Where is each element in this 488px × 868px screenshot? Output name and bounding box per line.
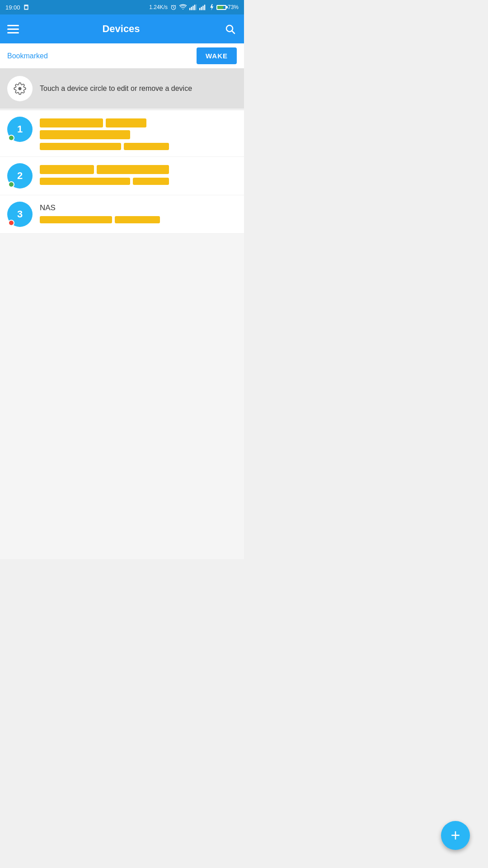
device-number-3: 3 [17, 208, 23, 220]
battery-icon [216, 5, 226, 10]
charging-icon [209, 4, 214, 10]
svg-point-3 [183, 9, 183, 9]
device-number-2: 2 [17, 170, 23, 182]
device-avatar-wrap-1: 1 [7, 117, 33, 142]
bookmarked-bar: Bookmarked WAKE [0, 43, 244, 69]
device-detail-redacted-1b [124, 143, 169, 150]
device-item-3[interactable]: 3 NAS [0, 195, 244, 234]
battery-percent: 73% [228, 4, 239, 10]
hamburger-menu-button[interactable] [7, 25, 19, 33]
svg-rect-10 [201, 7, 202, 10]
device-number-1: 1 [17, 123, 23, 135]
device-info-2 [40, 163, 237, 185]
device-info-1 [40, 117, 237, 150]
device-info-3: NAS [40, 202, 237, 223]
svg-line-14 [232, 31, 235, 34]
device-list: 1 2 [0, 110, 244, 234]
device-name-redacted-2 [40, 165, 94, 174]
svg-rect-12 [204, 5, 205, 10]
device-detail-redacted-1 [40, 143, 121, 150]
battery-indicator: 73% [216, 4, 239, 10]
alarm-icon [170, 4, 177, 10]
svg-rect-1 [25, 6, 28, 9]
device-name-3: NAS [40, 203, 56, 212]
device-detail-redacted-2b [133, 178, 169, 185]
sim-card-icon [23, 4, 29, 10]
device-item-2[interactable]: 2 [0, 157, 244, 195]
device-item-1[interactable]: 1 [0, 110, 244, 157]
hint-text: Touch a device circle to edit or remove … [40, 84, 192, 94]
svg-rect-5 [191, 7, 192, 10]
device-detail-redacted-3 [40, 216, 112, 223]
hint-card: Touch a device circle to edit or remove … [0, 69, 244, 108]
search-icon [225, 24, 235, 34]
wifi-icon [179, 4, 187, 10]
device-detail-redacted-2 [40, 178, 130, 185]
status-bar: 19:00 1.24K/s [0, 0, 244, 14]
device-status-dot-2 [8, 181, 14, 188]
svg-rect-9 [199, 8, 200, 10]
device-status-dot-1 [8, 135, 14, 141]
svg-rect-8 [196, 5, 197, 10]
device-name-redacted-1 [40, 118, 103, 127]
device-name-redacted-1b [106, 118, 146, 127]
battery-fill [217, 6, 223, 9]
svg-rect-6 [192, 6, 193, 10]
gear-icon [14, 82, 26, 95]
device-name-redacted-1c [40, 130, 130, 139]
time-display: 19:00 [5, 4, 20, 11]
search-button[interactable] [223, 22, 237, 36]
device-status-dot-3 [8, 220, 14, 226]
main-content [0, 234, 244, 559]
network-speed: 1.24K/s [149, 4, 168, 10]
signal-icon-1 [189, 4, 197, 10]
svg-rect-4 [189, 8, 190, 10]
status-left: 19:00 [5, 4, 29, 11]
device-detail-redacted-3b [115, 216, 160, 223]
app-bar: Devices [0, 14, 244, 43]
svg-rect-7 [194, 5, 195, 10]
gear-circle [7, 76, 33, 101]
wake-button[interactable]: WAKE [197, 47, 237, 64]
device-avatar-wrap-2: 2 [7, 163, 33, 189]
bookmarked-label: Bookmarked [7, 52, 48, 60]
svg-rect-11 [202, 6, 203, 10]
device-name-redacted-2b [97, 165, 169, 174]
status-right: 1.24K/s [149, 4, 239, 10]
page-title: Devices [102, 23, 140, 35]
signal-icon-2 [199, 4, 206, 10]
device-avatar-wrap-3: 3 [7, 202, 33, 227]
